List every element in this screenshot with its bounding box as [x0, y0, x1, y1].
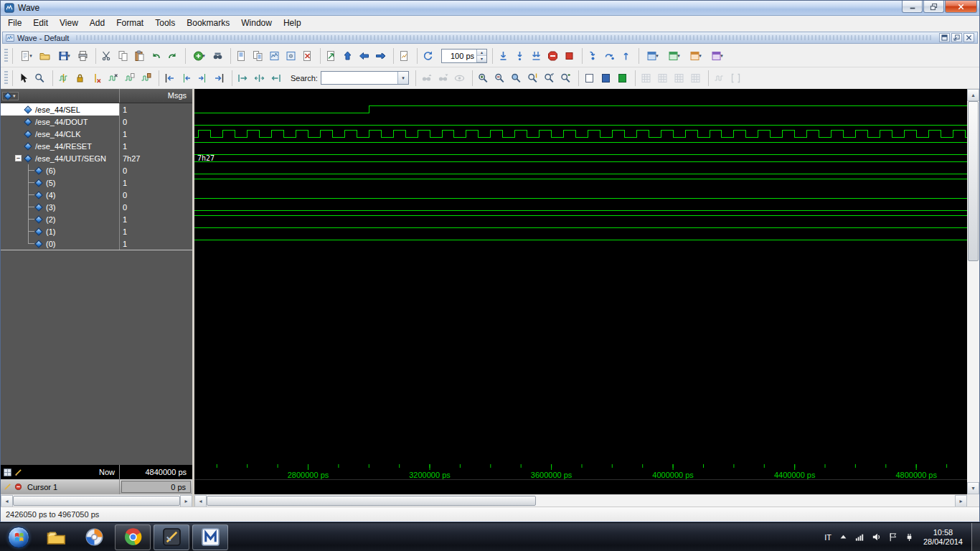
- signal-name-cell[interactable]: /ese_44/SEL: [1, 103, 120, 116]
- new-document-button[interactable]: ▾: [15, 48, 37, 64]
- signal-name-cell[interactable]: /ese_44/DOUT: [1, 116, 120, 128]
- signal-name-cell[interactable]: (1): [1, 225, 120, 237]
- language-indicator[interactable]: IT: [824, 533, 831, 542]
- expand-start-button[interactable]: [235, 70, 251, 86]
- run-all-button[interactable]: [528, 48, 545, 64]
- open-folder-button[interactable]: [37, 48, 53, 64]
- undo-button[interactable]: [148, 48, 164, 64]
- titlebar[interactable]: Wave: [1, 1, 979, 16]
- layout-zoom-button[interactable]: ▾: [641, 48, 663, 64]
- menu-add[interactable]: Add: [84, 16, 110, 30]
- signal-name-cell[interactable]: (6): [1, 164, 120, 176]
- zoom-full-button[interactable]: [508, 70, 524, 86]
- signal-row[interactable]: (2)1: [1, 213, 192, 225]
- signal-row[interactable]: (5)1: [1, 176, 192, 189]
- grid-b-button[interactable]: [654, 70, 671, 86]
- layout-wave-button[interactable]: ▾: [663, 48, 684, 64]
- menu-file[interactable]: File: [2, 16, 27, 30]
- minimize-button[interactable]: [902, 1, 923, 13]
- run-length-field[interactable]: ▴ ▾: [441, 49, 487, 63]
- lock-cursor-button[interactable]: [72, 70, 88, 86]
- layout-profile-button[interactable]: ▾: [706, 48, 727, 64]
- run-button[interactable]: [495, 48, 512, 64]
- up-arrow-button[interactable]: [339, 48, 356, 64]
- search-input[interactable]: [321, 74, 397, 83]
- signal-row[interactable]: /ese_44/DOUT0: [1, 116, 192, 128]
- save-dropdown-icon[interactable]: ▾: [67, 53, 70, 59]
- signal-name-cell[interactable]: (0): [1, 237, 120, 250]
- taskbar-player-button[interactable]: [76, 524, 112, 550]
- taskbar-modelsim-button[interactable]: [154, 524, 189, 550]
- action-center-icon[interactable]: [887, 532, 898, 542]
- copy-button[interactable]: [115, 48, 131, 64]
- zoom-range-button[interactable]: [541, 70, 557, 86]
- restart-button[interactable]: [420, 48, 436, 64]
- grid-d-button[interactable]: [687, 70, 704, 86]
- timeline-ruler[interactable]: 2800000 ps3200000 ps3600000 ps4000000 ps…: [194, 464, 967, 494]
- show-desktop-button[interactable]: [971, 523, 980, 551]
- scroll-left-icon[interactable]: ◂: [194, 495, 207, 507]
- expand-cursor-button[interactable]: [251, 70, 268, 86]
- wave-copy-button[interactable]: [121, 70, 138, 86]
- environment-button[interactable]: [323, 48, 339, 64]
- waveform-canvas[interactable]: 7h27: [194, 89, 967, 464]
- add-button[interactable]: ▾: [188, 48, 209, 64]
- signal-row[interactable]: −/ese_44/UUT/SEGN7h27: [1, 152, 192, 164]
- misc-b-button[interactable]: [727, 70, 744, 86]
- volume-icon[interactable]: [871, 532, 882, 542]
- signal-name-cell[interactable]: (4): [1, 189, 120, 201]
- toolbar-grip[interactable]: [4, 49, 8, 63]
- signal-row[interactable]: (4)0: [1, 189, 192, 201]
- msgs-column-header[interactable]: Msgs: [120, 89, 192, 103]
- signal-name-cell[interactable]: /ese_44/CLK: [1, 128, 120, 140]
- network-icon[interactable]: [854, 532, 865, 542]
- add-dropdown-icon[interactable]: ▾: [202, 53, 205, 59]
- start-button[interactable]: [8, 527, 29, 548]
- redo-button[interactable]: [164, 48, 181, 64]
- pane-green-button[interactable]: [614, 70, 631, 86]
- pane-dock-button[interactable]: [939, 33, 950, 42]
- back-button[interactable]: [356, 48, 372, 64]
- vertical-scrollbar[interactable]: ▴ ▾: [967, 89, 979, 494]
- edge-next-button[interactable]: [194, 70, 211, 86]
- step-over-button[interactable]: [601, 48, 618, 64]
- step-out-button[interactable]: [618, 48, 634, 64]
- pane-drag-grip[interactable]: [76, 35, 932, 40]
- compile-button[interactable]: [233, 48, 250, 64]
- search-combobox[interactable]: ▾: [321, 71, 409, 85]
- spin-down-icon[interactable]: ▾: [477, 56, 486, 62]
- find-prev-button[interactable]: [435, 70, 451, 86]
- collapse-expander[interactable]: −: [15, 155, 22, 161]
- menu-tools[interactable]: Tools: [149, 16, 181, 30]
- delete-cursor-red-icon[interactable]: [14, 482, 23, 491]
- step-into-button[interactable]: [585, 48, 601, 64]
- menu-format[interactable]: Format: [110, 16, 149, 30]
- zoom-last-button[interactable]: [557, 70, 574, 86]
- expand-end-button[interactable]: [268, 70, 284, 86]
- search-dropdown-icon[interactable]: ▾: [397, 72, 408, 84]
- simulate-button[interactable]: [266, 48, 283, 64]
- report-button[interactable]: [396, 48, 413, 64]
- edit-cursor-icon[interactable]: [3, 482, 12, 491]
- spin-up-icon[interactable]: ▴: [477, 50, 486, 56]
- paste-button[interactable]: [131, 48, 148, 64]
- layout-zoom-dropdown-icon[interactable]: ▾: [656, 53, 659, 59]
- run-continue-button[interactable]: [512, 48, 528, 64]
- wave-horizontal-scrollbar[interactable]: ◂ ▸: [194, 494, 967, 507]
- layout-wave-dropdown-icon[interactable]: ▾: [677, 53, 680, 59]
- select-mode-button[interactable]: [15, 70, 32, 86]
- simulate-options-button[interactable]: [283, 48, 299, 64]
- taskbar-modelsim-wave-button[interactable]: [192, 524, 228, 550]
- scrollbar-thumb[interactable]: [13, 496, 180, 506]
- run-length-input[interactable]: [442, 52, 476, 60]
- toolbar-grip[interactable]: [4, 71, 8, 85]
- menu-bookmarks[interactable]: Bookmarks: [181, 16, 235, 30]
- signal-row[interactable]: (1)1: [1, 225, 192, 237]
- break-run-button[interactable]: [545, 48, 561, 64]
- menu-view[interactable]: View: [54, 16, 84, 30]
- pane-close-button[interactable]: [963, 33, 974, 42]
- grid-c-button[interactable]: [671, 70, 687, 86]
- taskbar-clock[interactable]: 10:58 28/04/2014: [923, 528, 963, 547]
- run-length-spinner[interactable]: ▴ ▾: [476, 50, 486, 62]
- menu-help[interactable]: Help: [278, 16, 307, 30]
